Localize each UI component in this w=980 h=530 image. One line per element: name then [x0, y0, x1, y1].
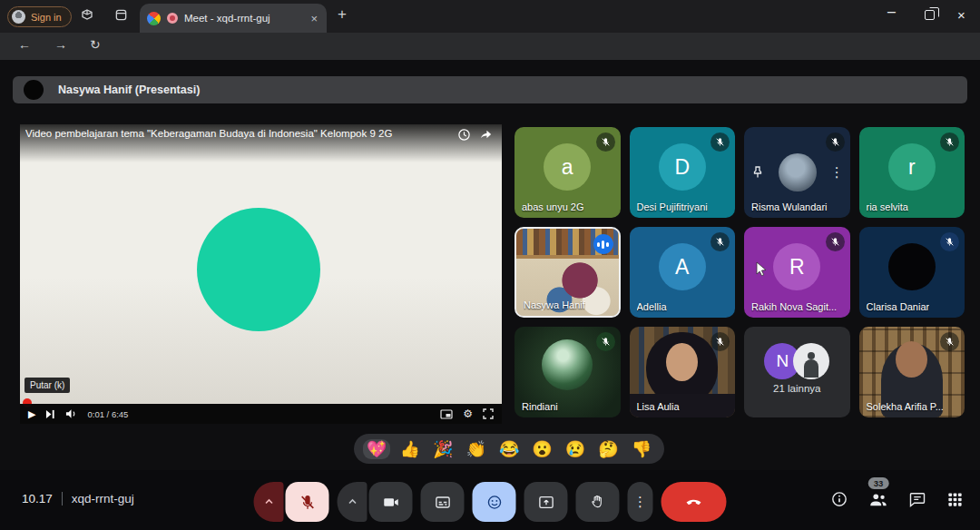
- avatar: [888, 243, 936, 290]
- divider: [62, 492, 63, 505]
- meet-page: Nasywa Hanif (Presentasi) Video pembelaj…: [0, 60, 980, 530]
- raise-hand-button[interactable]: [576, 482, 620, 522]
- participant-tile-hovered[interactable]: ⋮ Risma Wulandari: [744, 127, 850, 218]
- pin-icon[interactable]: [750, 165, 765, 180]
- mic-muted-icon: [940, 332, 959, 351]
- camera-button[interactable]: [369, 482, 413, 522]
- mic-muted-icon: [710, 232, 730, 251]
- sign-in-button[interactable]: Sign in: [7, 6, 72, 27]
- chat-panel-button[interactable]: [908, 490, 926, 508]
- browser-tab-strip: Sign in Meet - xqd-rrnt-guj × + – ×: [0, 0, 980, 33]
- video-frame: [20, 124, 502, 404]
- reload-button[interactable]: ↻: [90, 37, 101, 52]
- reaction-clap[interactable]: 👏: [462, 439, 489, 459]
- sign-in-label: Sign in: [31, 12, 62, 23]
- watch-later-icon[interactable]: [457, 128, 471, 142]
- reactions-bar: 💖 👍 🎉 👏 😂 😮 😢 🤔 👎: [354, 434, 664, 464]
- tab-title: Meet - xqd-rrnt-guj: [184, 13, 302, 24]
- activities-grid-icon[interactable]: [946, 491, 964, 508]
- browser-tab-meet[interactable]: Meet - xqd-rrnt-guj ×: [140, 4, 327, 33]
- new-tab-button[interactable]: +: [338, 5, 347, 24]
- meeting-details-icon[interactable]: [830, 490, 848, 508]
- recording-indicator-icon: [167, 13, 178, 24]
- workspaces-icon[interactable]: [114, 8, 128, 22]
- tab-close-icon[interactable]: ×: [309, 12, 319, 25]
- reactions-button[interactable]: [473, 482, 516, 522]
- avatar-initial: D: [674, 155, 690, 180]
- reaction-party[interactable]: 🎉: [429, 439, 456, 459]
- participant-name: Risma Wulandari: [751, 201, 828, 212]
- participant-tile-video[interactable]: Solekha Arifia P...: [859, 327, 965, 417]
- avatar: a: [544, 143, 591, 191]
- present-screen-button[interactable]: [524, 482, 568, 522]
- window-minimize-button[interactable]: –: [887, 4, 896, 20]
- participant-tile[interactable]: Clarisa Daniar: [859, 227, 965, 318]
- overflow-avatars: N: [764, 343, 829, 379]
- mic-muted-icon: [710, 132, 730, 152]
- reaction-joy[interactable]: 😂: [495, 439, 523, 459]
- window-restore-button[interactable]: [925, 10, 935, 20]
- window-close-button[interactable]: ×: [957, 7, 965, 23]
- panel-buttons: 33: [830, 490, 964, 508]
- participant-name: ria selvita: [867, 201, 908, 212]
- person-silhouette: [804, 359, 818, 378]
- next-button[interactable]: [45, 409, 55, 419]
- presented-video-player[interactable]: Video pembelajaran tema "Keberagaman Bud…: [20, 124, 502, 424]
- avatar: A: [659, 243, 706, 290]
- camera-options-chevron[interactable]: [338, 482, 368, 522]
- avatar: D: [659, 143, 706, 191]
- participant-tile[interactable]: a abas unyu 2G: [514, 127, 621, 218]
- meeting-meta: 10.17 xqd-rrnt-guj: [22, 492, 134, 505]
- video-title: Video pembelajaran tema "Keberagaman Bud…: [25, 128, 438, 139]
- audio-speaking-indicator: [593, 234, 613, 254]
- play-button[interactable]: ▶: [28, 408, 35, 420]
- people-panel-button[interactable]: 33: [868, 490, 888, 508]
- meet-control-bar: 10.17 xqd-rrnt-guj: [0, 470, 980, 530]
- call-controls: ⋮: [254, 482, 727, 522]
- chrome-favicon-icon: [147, 12, 161, 25]
- avatar-initial: R: [789, 255, 805, 280]
- reaction-thumbs-up[interactable]: 👍: [396, 439, 423, 459]
- presenter-avatar: [24, 80, 44, 100]
- avatar-initial: a: [562, 155, 573, 180]
- participant-tile[interactable]: A Adellia: [630, 227, 736, 318]
- participant-tile[interactable]: Rindiani: [514, 327, 621, 417]
- share-icon[interactable]: [479, 128, 493, 142]
- participant-name: Rakih Nova Sagit...: [751, 301, 837, 312]
- meeting-code: xqd-rrnt-guj: [72, 492, 134, 505]
- more-options-button[interactable]: ⋮: [628, 482, 653, 522]
- mic-muted-button[interactable]: [286, 482, 329, 522]
- back-button[interactable]: ←: [18, 37, 31, 52]
- video-person-face: [896, 341, 927, 378]
- participant-tile-presenter-video[interactable]: Nasywa Hanif: [514, 227, 621, 318]
- participant-name: Nasywa Hanif: [524, 299, 585, 310]
- captions-button[interactable]: [421, 482, 465, 522]
- video-timestamp: 0:01 / 6:45: [87, 409, 128, 419]
- mic-muted-icon: [940, 132, 959, 152]
- mic-options-chevron[interactable]: [254, 482, 284, 522]
- mic-muted-icon: [596, 332, 615, 351]
- fullscreen-icon[interactable]: [483, 408, 494, 419]
- participant-count-badge: 33: [868, 477, 889, 489]
- miniplayer-icon[interactable]: [440, 409, 453, 419]
- reaction-cry[interactable]: 😢: [562, 439, 589, 459]
- tile-more-icon[interactable]: ⋮: [830, 164, 844, 181]
- participant-name: Adellia: [637, 301, 667, 312]
- mic-muted-icon: [710, 332, 730, 351]
- volume-icon[interactable]: [65, 408, 77, 419]
- end-call-button[interactable]: [662, 482, 727, 522]
- participant-tile[interactable]: r ria selvita: [859, 127, 965, 218]
- reaction-heart[interactable]: 💖: [363, 439, 390, 459]
- browser-essentials-icon[interactable]: [80, 8, 94, 23]
- reaction-thumbs-down[interactable]: 👎: [628, 439, 655, 459]
- reaction-thinking[interactable]: 🤔: [594, 439, 622, 459]
- presenting-banner: Nasywa Hanif (Presentasi): [13, 76, 967, 103]
- forward-button[interactable]: →: [54, 37, 67, 52]
- participant-tile-video[interactable]: Lisa Aulia: [630, 327, 736, 417]
- reaction-surprised[interactable]: 😮: [528, 439, 555, 459]
- participant-tile[interactable]: R Rakih Nova Sagit...: [744, 227, 850, 318]
- participant-tile[interactable]: D Desi Pujifitriyani: [630, 127, 736, 218]
- overflow-tile[interactable]: N 21 lainnya: [744, 327, 850, 417]
- settings-gear-icon[interactable]: ⚙: [463, 407, 473, 420]
- others-count-label: 21 lainnya: [744, 383, 850, 394]
